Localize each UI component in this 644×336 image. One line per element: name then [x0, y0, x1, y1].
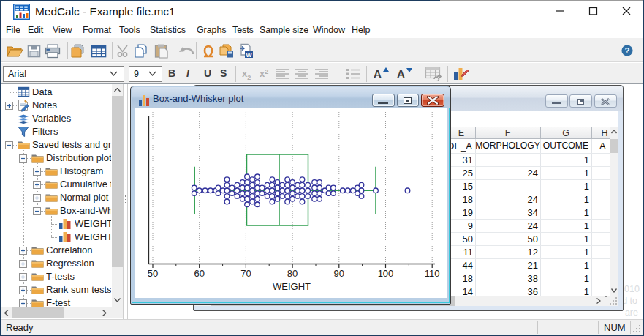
svg-text:50: 50 — [148, 268, 158, 279]
svg-text:90: 90 — [334, 268, 344, 279]
svg-text:WEIGHT: WEIGHT — [273, 281, 311, 292]
svg-text:80: 80 — [287, 268, 298, 279]
svg-text:60: 60 — [194, 268, 204, 279]
svg-text:100: 100 — [378, 268, 394, 279]
svg-text:A: A — [397, 67, 405, 80]
svg-text:W: W — [246, 51, 252, 59]
svg-text:110: 110 — [425, 268, 440, 279]
svg-text:A: A — [374, 67, 382, 80]
svg-text:70: 70 — [240, 268, 251, 279]
svg-text:?: ? — [624, 46, 629, 55]
